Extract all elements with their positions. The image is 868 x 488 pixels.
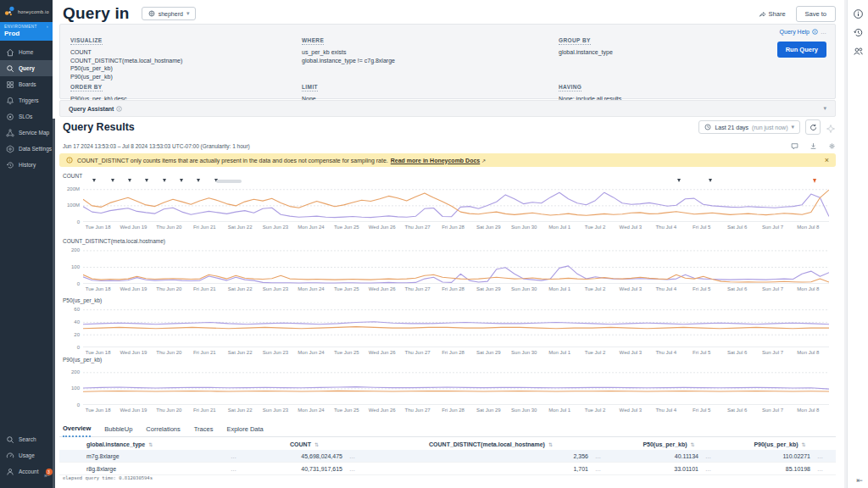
sidebar: honeycomb.io ENVIRONMENT › Prod Home Que… [0,0,53,488]
info-panel-icon[interactable] [853,8,864,19]
query-icon [6,64,14,73]
y-axis-tick-label: 0 [59,219,80,225]
sidebar-item-history[interactable]: History [0,157,53,173]
group-by-label[interactable]: GROUP BY [559,37,591,45]
sidebar-item-triggers[interactable]: Triggers [0,92,53,108]
deploy-marker-icon[interactable] [709,179,712,182]
tab-overview[interactable]: Overview [63,424,91,437]
sidebar-item-query[interactable]: Query [0,60,53,76]
cell-actions-icon[interactable]: … [595,453,602,459]
results-scrollbar[interactable] [53,119,55,488]
environment-switcher[interactable]: ENVIRONMENT › Prod [0,22,53,41]
tab-traces[interactable]: Traces [194,425,214,436]
order-by-label[interactable]: ORDER BY [70,84,103,92]
chart-plot[interactable] [83,185,829,222]
sidebar-item-service-map[interactable]: Service Map [0,125,53,141]
table-row[interactable]: m7g.8xlarge… 45,698,024,475… 2,356… 40.1… [59,450,836,463]
panel-collapse-icon[interactable]: ⇤ [856,476,863,485]
tab-correlations[interactable]: Correlations [146,425,180,436]
share-button[interactable]: Share [759,10,786,18]
sparkle-icon [826,124,836,134]
row-actions-icon[interactable]: … [231,453,237,459]
chevron-down-icon[interactable]: ▾ [823,105,826,112]
comment-icon[interactable] [791,142,798,150]
having-label[interactable]: HAVING [559,84,581,92]
cell-actions-icon[interactable]: … [705,453,712,459]
refresh-icon [810,124,817,131]
x-axis-tick-label: Sat Jun 29 [476,350,501,355]
visualize-clauses[interactable]: COUNTCOUNT_DISTINCT(meta.local_hostname)… [70,48,182,80]
marker-span-bar[interactable] [216,180,242,183]
where-clauses[interactable]: us_per_kb existsglobal.instance_type != … [302,48,395,64]
tab-explore-data[interactable]: Explore Data [226,425,263,436]
banner-docs-link[interactable]: Read more in Honeycomb Docs [391,158,480,164]
share-label: Share [769,10,786,18]
column-header[interactable]: P50(us_per_kb)⇅ [614,441,724,447]
column-header[interactable]: P90(us_per_kb)⇅ [724,441,836,447]
download-icon[interactable] [810,142,817,150]
deploy-marker-icon[interactable] [128,179,131,182]
x-axis-tick-label: Sun Jul 7 [762,225,783,230]
cell-actions-icon[interactable]: … [817,466,824,472]
clause-line[interactable]: global.instance_type [559,48,613,57]
honeycomb-logo[interactable]: honeycomb.io [0,0,53,22]
cell-actions-icon[interactable]: … [705,466,712,472]
run-query-button[interactable]: Run Query [777,42,826,58]
sidebar-item-data-settings[interactable]: Data Settings [0,141,53,157]
highlighted-marker-icon[interactable] [813,179,816,183]
column-header[interactable]: COUNT⇅ [241,441,368,447]
time-range-dropdown[interactable]: Last 21 days (run just now) ▾ [698,120,800,134]
deploy-marker-icon[interactable] [145,179,148,182]
column-header[interactable]: COUNT_DISTINCT(meta.local_hostname)⇅ [368,441,614,447]
x-axis-tick-label: Sat Jul 6 [727,350,747,355]
clause-line[interactable]: P50(us_per_kb) [70,64,182,73]
save-to-button[interactable]: Save to [796,6,836,22]
dataset-selector[interactable]: shepherd ▾ [142,7,197,20]
query-history-icon[interactable] [853,26,864,37]
clause-line[interactable]: us_per_kb exists [302,48,395,57]
group-by-clauses[interactable]: global.instance_type [559,48,613,57]
row-actions-icon[interactable]: … [231,466,237,472]
cell-actions-icon[interactable]: … [349,453,356,459]
clause-line[interactable]: COUNT_DISTINCT(meta.local_hostname) [70,57,182,65]
limit-label[interactable]: LIMIT [302,84,318,92]
deploy-marker-icon[interactable] [677,179,681,182]
cell-actions-icon[interactable]: … [349,466,356,472]
deploy-marker-icon[interactable] [180,179,183,182]
deploy-marker-icon[interactable] [92,179,96,182]
team-activity-icon[interactable] [853,45,864,56]
table-row[interactable]: r8g.8xlarge… 40,731,917,615… 1,701… 33.0… [59,463,836,475]
deploy-marker-icon[interactable] [197,179,200,182]
cell-actions-icon[interactable]: … [817,453,824,459]
refresh-query-button[interactable] [805,119,821,135]
sidebar-item-usage[interactable]: Usage [0,447,53,463]
cell-actions-icon[interactable]: … [595,466,602,472]
tab-bubbleup[interactable]: BubbleUp [104,425,132,436]
clause-line[interactable]: COUNT [70,48,182,57]
banner-close-icon[interactable]: × [825,156,829,164]
sidebar-collapse-icon[interactable]: ⇤ [44,472,50,480]
sidebar-item-search[interactable]: Search [0,431,53,447]
deploy-marker-icon[interactable] [111,179,114,182]
y-axis-tick-label: 60 [59,307,80,312]
visualize-label[interactable]: VISUALIZE [70,37,103,45]
y-axis-tick-label: 40 [59,319,80,324]
chart-plot[interactable] [83,247,829,284]
sidebar-item-slos[interactable]: SLOs [0,108,53,125]
clause-line[interactable]: global.instance_type != c7g.8xlarge [302,57,395,65]
more-options-icon[interactable]: … [821,29,826,35]
where-label[interactable]: WHERE [302,37,324,45]
query-assistant-bar[interactable]: Query Assistant ▾ [59,100,836,117]
gear-icon[interactable] [828,142,836,150]
x-axis-tick-label: Mon Jul 1 [548,225,570,230]
deploy-marker-icon[interactable] [163,179,166,182]
query-help-link[interactable]: Query Help … [780,29,826,35]
chart-plot[interactable] [83,307,829,347]
chart-plot[interactable] [83,369,829,405]
x-axis-tick-label: Wed Jun 19 [120,225,147,230]
sidebar-item-boards[interactable]: Boards [0,76,53,92]
x-axis-tick-label: Mon Jul 8 [797,350,819,355]
column-header[interactable]: global.instance_type⇅ [80,441,241,447]
sidebar-item-home[interactable]: Home [0,44,53,60]
x-axis-tick-label: Sun Jul 7 [762,286,783,291]
